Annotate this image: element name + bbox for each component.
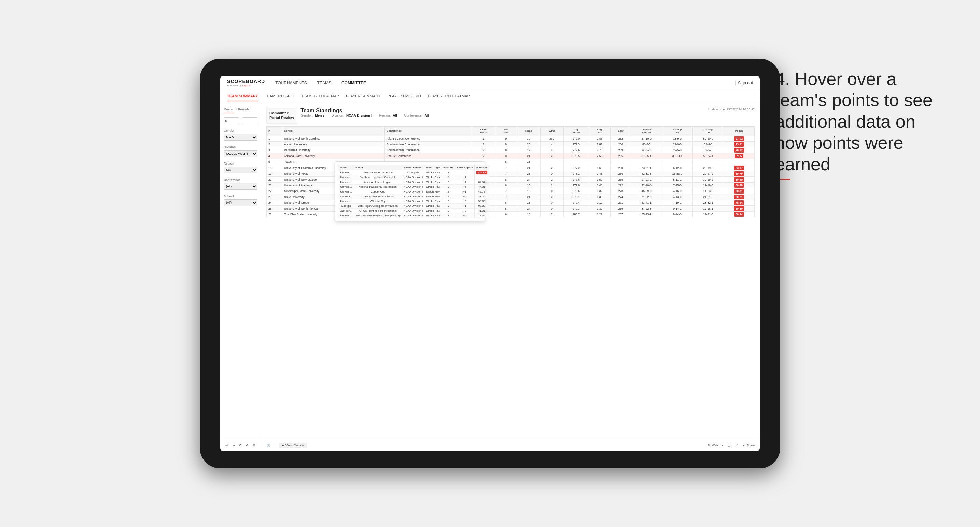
sidebar-label-gender: Gender [224, 129, 258, 132]
sign-out-link[interactable]: Sign out [738, 81, 753, 85]
sub-nav: TEAM SUMMARY TEAM H2H GRID TEAM H2H HEAT… [220, 90, 760, 102]
col-avg-sg: Avg.SG [589, 126, 611, 135]
subnav-team-h2h-grid[interactable]: TEAM H2H GRID [265, 91, 294, 101]
share-button[interactable]: ↗ Share [742, 444, 755, 447]
logo-sub: Powered by clipp'd [227, 84, 265, 87]
sidebar-label-division: Division [224, 145, 258, 149]
cell-vs25: 13-9-0 [662, 135, 692, 141]
more-button[interactable]: ⋯ [259, 444, 262, 447]
watch-button[interactable]: 👁 Watch ▾ [708, 444, 724, 447]
tooltip-table-row: GeorgiaBen Hogan Collegiate Invitational… [338, 203, 489, 208]
filter-gender: Gender: Men's [301, 114, 325, 117]
standings-table: # School Conference ConfRank NoTour Rnds… [266, 126, 755, 217]
eye-icon: 👁 [708, 444, 711, 447]
region-filter-label: Region: [379, 114, 391, 117]
tooltip-col-team: Team [338, 165, 354, 170]
cell-no-tour: 9 [495, 135, 517, 141]
col-rnds: Rnds [517, 126, 540, 135]
clock-button[interactable]: 🕐 [267, 444, 270, 447]
school-select[interactable]: (All) [224, 199, 258, 206]
col-conf-rank: ConfRank [472, 126, 495, 135]
bottom-toolbar: ↩ ↪ ↺ ⚙ ⊞ ⋯ 🕐 ▶ View: Original 👁 Watch ▾… [220, 439, 760, 451]
tooltip-col-division: Event Division [402, 165, 424, 170]
tooltip-table-row: Univers...Arizona State UniversityColleg… [338, 170, 489, 175]
tooltip-table-row: Univers...National Invitational Tourname… [338, 184, 489, 189]
undo-button[interactable]: ↩ [225, 444, 228, 447]
filter-conference: Conference: All [404, 114, 429, 117]
nav-tournaments[interactable]: TOURNAMENTS [275, 76, 307, 89]
subnav-player-summary[interactable]: PLAYER SUMMARY [346, 91, 381, 101]
tooltip-table-row: East Ten...OFCC Fighting Illini Invitati… [338, 208, 489, 213]
sidebar-section-conference: Conference (All) [224, 178, 258, 190]
sidebar-section-min-rounds: Minimum Rounds [224, 108, 258, 124]
view-original-button[interactable]: ▶ View: Original [279, 443, 307, 448]
nav-links: TOURNAMENTS TEAMS COMMITTEE [275, 76, 733, 89]
subnav-team-summary[interactable]: TEAM SUMMARY [227, 91, 258, 102]
region-select[interactable]: N/A [224, 167, 258, 173]
division-filter-value: NCAA Division I [346, 114, 372, 117]
min-rounds-input-right[interactable] [242, 117, 258, 124]
cell-adj-score: 272.0 [563, 135, 589, 141]
col-no-tour: NoTour [495, 126, 517, 135]
cell-record: 67-10-0 [631, 135, 662, 141]
region-filter-value: All [393, 114, 397, 117]
nav-teams[interactable]: TEAMS [317, 76, 331, 89]
sidebar-label-region: Region [224, 162, 258, 165]
refresh-button[interactable]: ↺ [239, 444, 242, 447]
tooltip-table-row: Univers...Copper CupNCAA Division IMatch… [338, 189, 489, 194]
comment-button[interactable]: 💬 [728, 444, 732, 447]
tooltip-col-points: W Points [474, 165, 489, 170]
cell-points[interactable]: 97.02 [724, 135, 754, 141]
sidebar-label-min-rounds: Minimum Rounds [224, 108, 258, 111]
cell-rank: 1 [267, 135, 282, 141]
cell-low: 252 [610, 135, 631, 141]
col-overall-record: OverallRecord [631, 126, 662, 135]
conference-filter-label: Conference: [404, 114, 422, 117]
cell-wins: 262 [541, 135, 563, 141]
update-time: Update time: 13/03/2024 10:03:42 [708, 108, 755, 111]
table-row[interactable]: 2Auburn UniversitySoutheastern Conferenc… [267, 141, 755, 147]
tooltip-col-rounds: Rounds [442, 165, 455, 170]
nav-committee[interactable]: COMMITTEE [342, 76, 366, 89]
tooltip-table-row: Florida I...The Cypress Point ClassicNCA… [338, 194, 489, 198]
view-label: View: Original [285, 444, 304, 447]
tooltip-table-row: Univers...Williams CupNCAA Division IStr… [338, 198, 489, 203]
min-rounds-input-left[interactable] [224, 117, 239, 124]
division-select[interactable]: NCAA Division I [224, 150, 258, 157]
subnav-player-h2h-heatmap[interactable]: PLAYER H2H HEATMAP [428, 91, 470, 101]
gender-filter-value: Men's [315, 114, 325, 117]
tooltip-table-row: Univers...Amer Air IntercollegiateNCAA D… [338, 179, 489, 184]
col-rank: # [267, 126, 282, 135]
table-row-highlighted[interactable]: 4Arizona State UniversityPac-12 Conferen… [267, 153, 755, 159]
table-row[interactable]: 1 University of North Carolina Atlantic … [267, 135, 755, 141]
copy-button[interactable]: ⊞ [253, 444, 255, 447]
subnav-player-h2h-grid[interactable]: PLAYER H2H GRID [388, 91, 421, 101]
sidebar: Minimum Rounds Gender Men's [220, 102, 261, 439]
sidebar-label-school: School [224, 195, 258, 198]
tooltip-col-rank-impact: Rank Impact [455, 165, 475, 170]
conference-select[interactable]: (All) [224, 183, 258, 190]
gender-select[interactable]: Men's [224, 134, 258, 141]
toolbar-separator [275, 443, 275, 448]
cell-school: University of North Carolina [282, 135, 385, 141]
sidebar-section-gender: Gender Men's [224, 129, 258, 141]
tooltip-row: Team Event Event Division Event Type Rou… [267, 165, 755, 165]
col-adj-score: Adj.Score [563, 126, 589, 135]
tooltip-table-row: Univers...Southern Highlands CollegiateN… [338, 175, 489, 179]
redo-button[interactable]: ↪ [232, 444, 235, 447]
tablet-frame: SCOREBOARD Powered by clipp'd TOURNAMENT… [200, 59, 780, 468]
sidebar-section-school: School (All) [224, 195, 258, 206]
col-school: School [282, 126, 385, 135]
cell-conf-rank: 1 [472, 135, 495, 141]
subnav-team-h2h-heatmap[interactable]: TEAM H2H HEATMAP [301, 91, 339, 101]
table-row[interactable]: 3Vanderbilt UniversitySoutheastern Confe… [267, 147, 755, 153]
expand-button[interactable]: ⤢ [735, 444, 738, 447]
cell-points-highlighted[interactable]: 79.5 [724, 153, 754, 159]
tooltip-table-row: Univers...2023 Sahalee Players Champions… [338, 213, 489, 218]
settings-button[interactable]: ⚙ [246, 444, 248, 447]
share-icon: ↗ [742, 444, 745, 447]
min-rounds-slider[interactable] [224, 113, 258, 117]
conference-filter-value: All [425, 114, 429, 117]
main-panel: CommitteePortal Review Team Standings Ge… [261, 102, 760, 439]
cell-vs50: 50-10-0 [693, 135, 724, 141]
